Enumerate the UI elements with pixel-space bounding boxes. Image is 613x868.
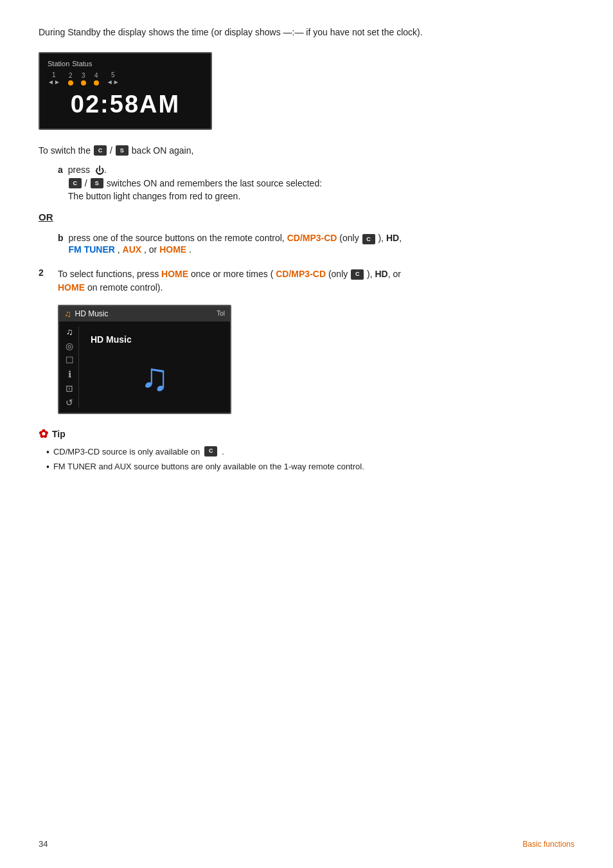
- step-2-content: To select functions, press HOME once or …: [58, 267, 574, 414]
- hd-display: ♫ HD Music Tol ♫ ◎ ☐ ℹ ⊡ ↺ HD Mu: [58, 305, 231, 414]
- device-c-icon-4: C: [351, 269, 364, 280]
- hd-badge: Tol: [217, 310, 225, 317]
- step-2-label: 2: [39, 267, 58, 278]
- or-heading: OR: [39, 212, 574, 222]
- switch-intro: To switch the C / S back ON again,: [39, 145, 574, 156]
- time-display: 02:58AM: [48, 91, 203, 118]
- device-c-icon-3: C: [362, 234, 375, 244]
- tip-item-2: FM TUNER and AUX source buttons are only…: [46, 461, 574, 474]
- tip-label: Tip: [52, 429, 66, 439]
- cd-mp3-step2: CD/MP3-CD: [276, 269, 326, 279]
- aux-highlight: AUX: [123, 244, 142, 255]
- device-s-icon: S: [116, 145, 129, 156]
- music-menu-icon: ♫: [64, 327, 75, 337]
- step-b-row: b press one of the source buttons on the…: [58, 233, 574, 254]
- intro-paragraph: During Standby the display shows the tim…: [39, 26, 574, 39]
- device-c-icon-2: C: [69, 178, 82, 188]
- hd-title: HD Music: [75, 309, 109, 318]
- hd-menu-title: HD Music: [91, 334, 132, 345]
- home-highlight: HOME: [159, 244, 186, 255]
- step-a-row: a press ⏻. C / S switches ON and remembe…: [58, 165, 574, 201]
- footer-section-label: Basic functions: [522, 840, 574, 849]
- tip-section: ✿ Tip CD/MP3-CD source is only available…: [39, 427, 574, 474]
- music-note-large: ♫: [140, 355, 169, 399]
- display-header: Station Status: [48, 60, 203, 68]
- cd-mp3-highlight: CD/MP3-CD: [287, 233, 337, 243]
- footer: 34 Basic functions: [0, 839, 613, 849]
- tip-list: CD/MP3-CD source is only available on C …: [39, 446, 574, 474]
- step-a-label: a: [58, 165, 63, 175]
- page-number: 34: [39, 839, 48, 849]
- network-menu-icon: ⊡: [64, 383, 75, 393]
- hd-main: HD Music ♫: [84, 327, 225, 408]
- radio-menu-icon: ◎: [64, 341, 75, 351]
- fm-tuner-highlight: FM TUNER: [69, 244, 115, 255]
- hd-sidebar: ♫ ◎ ☐ ℹ ⊡ ↺: [64, 327, 79, 408]
- station-2: 2: [68, 72, 73, 86]
- status-label: Status: [72, 60, 92, 68]
- station-5: 5 ◄►: [107, 71, 120, 86]
- tip-item-1: CD/MP3-CD source is only available on C …: [46, 446, 574, 459]
- step-b-content: press one of the source buttons on the r…: [69, 233, 574, 254]
- step-a-content: press ⏻. C / S switches ON and remembers…: [68, 165, 574, 201]
- station-3: 3: [81, 72, 86, 86]
- device-s-icon-2: S: [91, 178, 103, 188]
- page-content: During Standby the display shows the tim…: [0, 0, 613, 523]
- device-c-tip: C: [204, 446, 217, 457]
- station-1: 1 ◄►: [48, 71, 60, 86]
- station-label: Station: [48, 60, 69, 68]
- station-row: 1 ◄► 2 3 4 5 ◄►: [48, 71, 203, 86]
- hd-music-icon: ♫: [64, 309, 71, 319]
- folder-menu-icon: ☐: [64, 355, 75, 365]
- tip-icon: ✿: [39, 427, 48, 441]
- standby-display: Station Status 1 ◄► 2 3 4 5 ◄►: [39, 52, 212, 130]
- hd-body: ♫ ◎ ☐ ℹ ⊡ ↺ HD Music ♫: [59, 321, 230, 413]
- hd-header: ♫ HD Music Tol: [59, 306, 230, 321]
- step-b-label: b: [58, 233, 64, 243]
- station-4: 4: [94, 72, 99, 86]
- device-c-icon: C: [94, 145, 107, 156]
- clock-menu-icon: ↺: [64, 397, 75, 408]
- home-step2-2: HOME: [58, 282, 85, 293]
- tip-heading: ✿ Tip: [39, 427, 574, 441]
- step-a-section: a press ⏻. C / S switches ON and remembe…: [58, 165, 574, 201]
- step-2-section: 2 To select functions, press HOME once o…: [39, 267, 574, 414]
- step-b-section: b press one of the source buttons on the…: [58, 233, 574, 254]
- power-symbol: ⏻: [95, 165, 104, 176]
- home-step2: HOME: [161, 269, 188, 279]
- settings-menu-icon: ℹ: [64, 369, 75, 379]
